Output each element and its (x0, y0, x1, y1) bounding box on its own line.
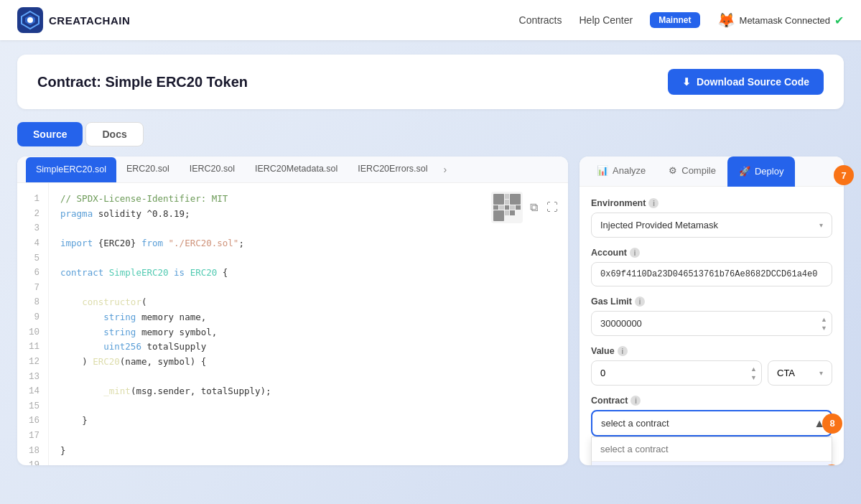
tab-analyze[interactable]: 📊 Analyze (585, 157, 657, 186)
file-tab-more[interactable]: › (438, 157, 453, 182)
contract-dropdown[interactable]: select a contract (591, 410, 832, 437)
deploy-label: Deploy (755, 166, 783, 177)
currency-chevron-icon: ▾ (819, 369, 823, 377)
code-area: 12345 678910 1112131415 16171819 // SPDX… (17, 183, 568, 465)
value-increment[interactable]: ▲ (750, 365, 758, 373)
step-badge-7: 7 (834, 165, 854, 185)
contract-info-icon: i (630, 396, 641, 406)
nav-contracts[interactable]: Contracts (519, 14, 562, 26)
qr-thumbnail (491, 192, 523, 223)
nav-right: Contracts Help Center Mainnet 🦊 Metamask… (519, 11, 844, 29)
tab-compile[interactable]: ⚙ Compile (657, 157, 727, 186)
download-source-button[interactable]: ⬇ Download Source Code (668, 69, 824, 95)
compile-icon: ⚙ (669, 165, 677, 176)
value-label: Value i (591, 346, 832, 356)
value-field: Value i ▲ ▼ CTA (591, 346, 832, 386)
code-content: // SPDX-License-Identifier: MIT pragma s… (49, 183, 568, 465)
line-numbers: 12345 678910 1112131415 16171819 (17, 183, 49, 465)
deploy-panel: 📊 Analyze ⚙ Compile 🚀 Deploy 7 (580, 157, 844, 465)
header: CREATACHAIN Contracts Help Center Mainne… (0, 0, 861, 40)
file-tab-ierc20errors[interactable]: IERC20Errors.sol (348, 157, 437, 182)
contract-dropdown-wrap: select a contract ▲ 8 SimpleERC20 9 (591, 410, 832, 437)
contract-label: Contract i (591, 396, 832, 406)
metamask-text: Metamask Connected (740, 15, 830, 26)
deploy-icon: 🚀 (739, 166, 750, 177)
contract-search-input[interactable] (592, 437, 832, 462)
gas-limit-input[interactable] (591, 311, 832, 336)
analyze-label: Analyze (613, 165, 646, 176)
logo-text: CREATACHAIN (49, 14, 130, 27)
value-row: ▲ ▼ CTA ▾ (591, 360, 832, 386)
value-input-wrap: ▲ ▼ (591, 360, 762, 386)
svg-point-3 (27, 17, 33, 23)
file-tab-ierc20[interactable]: IERC20.sol (180, 157, 245, 182)
bottom-section: SimpleERC20.sol ERC20.sol IERC20.sol IER… (17, 157, 844, 465)
step-badge-8: 8 (822, 414, 842, 434)
environment-select[interactable]: Injected Provided Metamask ▾ (591, 213, 832, 238)
deploy-body: Environment i Injected Provided Metamask… (580, 187, 844, 465)
gas-limit-info-icon: i (635, 297, 645, 307)
value-input[interactable] (591, 360, 762, 386)
compile-label: Compile (681, 165, 716, 176)
file-tabs: SimpleERC20.sol ERC20.sol IERC20.sol IER… (17, 157, 568, 183)
environment-info-icon: i (648, 198, 658, 208)
code-panel: SimpleERC20.sol ERC20.sol IERC20.sol IER… (17, 157, 568, 465)
download-btn-label: Download Source Code (697, 76, 809, 88)
gas-limit-decrement[interactable]: ▼ (820, 324, 828, 332)
copy-code-button[interactable]: ⧉ (529, 192, 539, 223)
logo-icon (17, 7, 43, 33)
account-field: Account i (591, 248, 832, 286)
currency-value: CTA (777, 368, 795, 378)
analyze-icon: 📊 (597, 165, 608, 176)
contract-selected-value: select a contract (601, 418, 669, 429)
step-badge-9: 9 (822, 465, 842, 466)
logo: CREATACHAIN (17, 7, 130, 33)
environment-value: Injected Provided Metamask (600, 220, 718, 230)
account-input[interactable] (591, 262, 832, 286)
value-decrement[interactable]: ▼ (750, 373, 758, 381)
nav-help-center[interactable]: Help Center (580, 14, 633, 26)
environment-field: Environment i Injected Provided Metamask… (591, 198, 832, 238)
gas-limit-spinner: ▲ ▼ (820, 315, 828, 332)
gas-limit-input-wrap: ▲ ▼ (591, 311, 832, 336)
code-actions: ⧉ ⛶ (491, 192, 559, 223)
contract-option-simpleerc20[interactable]: SimpleERC20 9 (592, 462, 832, 465)
source-docs-tabs: Source Docs (17, 122, 844, 146)
account-label: Account i (591, 248, 832, 258)
gas-limit-field: Gas Limit i ▲ ▼ (591, 297, 832, 336)
file-tab-ierc20metadata[interactable]: IERC20Metadata.sol (245, 157, 348, 182)
contract-header-card: Contract: Simple ERC20 Token ⬇ Download … (17, 55, 844, 109)
account-info-icon: i (630, 248, 640, 258)
expand-code-button[interactable]: ⛶ (545, 192, 559, 223)
value-spinner: ▲ ▼ (750, 365, 758, 381)
tab-source[interactable]: Source (17, 122, 83, 146)
check-icon: ✔ (834, 14, 844, 27)
download-icon: ⬇ (682, 76, 691, 88)
contract-title: Contract: Simple ERC20 Token (37, 74, 248, 90)
deploy-panel-tabs: 📊 Analyze ⚙ Compile 🚀 Deploy 7 (580, 157, 844, 187)
metamask-status: 🦊 Metamask Connected ✔ (717, 11, 844, 29)
cta-select-wrap: CTA ▾ (768, 360, 832, 386)
metamask-icon: 🦊 (717, 11, 735, 29)
gas-limit-label: Gas Limit i (591, 297, 832, 307)
file-tab-erc20[interactable]: ERC20.sol (116, 157, 180, 182)
value-info-icon: i (618, 346, 628, 356)
contract-field: Contract i select a contract ▲ 8 (591, 396, 832, 437)
environment-label: Environment i (591, 198, 832, 208)
chevron-down-icon: ▾ (819, 221, 823, 229)
tab-docs[interactable]: Docs (85, 122, 143, 146)
file-tab-simpleerc20[interactable]: SimpleERC20.sol (26, 157, 116, 183)
gas-limit-increment[interactable]: ▲ (820, 315, 828, 323)
mainnet-badge[interactable]: Mainnet (650, 12, 699, 28)
tab-deploy[interactable]: 🚀 Deploy (727, 157, 795, 187)
currency-select[interactable]: CTA ▾ (768, 360, 832, 386)
main-content: Contract: Simple ERC20 Token ⬇ Download … (0, 40, 861, 480)
contract-dropdown-menu: SimpleERC20 9 (591, 437, 832, 465)
